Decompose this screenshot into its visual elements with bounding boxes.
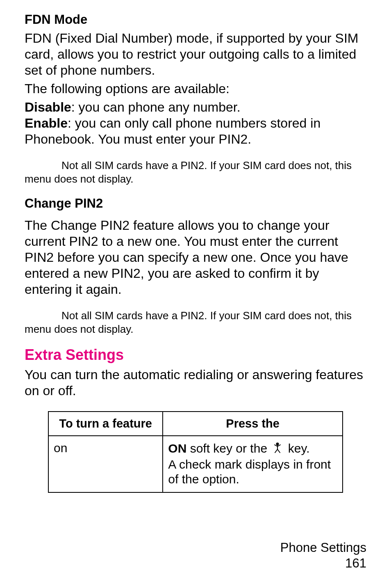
heading-change-pin2: Change PIN2 [25, 196, 366, 211]
cell-line2: A check mark displays in front of the op… [168, 457, 337, 487]
text-changepin2-p1: The Change PIN2 feature allows you to ch… [25, 217, 366, 297]
table-header-row: To turn a feature Press the [48, 412, 343, 436]
table-row: on ON soft key or the key. A check mark … [48, 436, 343, 492]
label-disable: Disable [25, 100, 71, 114]
label-enable: Enable [25, 116, 68, 130]
note-changepin2: Not all SIM cards have a PIN2. If your S… [25, 309, 366, 336]
feature-table: To turn a feature Press the on ON soft k… [48, 411, 343, 493]
th-feature: To turn a feature [48, 412, 163, 436]
heading-fdn-mode: FDN Mode [25, 12, 366, 27]
heading-extra-settings: Extra Settings [25, 346, 366, 364]
text-fdn-p1: FDN (Fixed Dial Number) mode, if support… [25, 30, 366, 78]
cell-feature-on: on [48, 436, 163, 492]
th-press: Press the [163, 412, 343, 436]
svg-line-5 [277, 449, 280, 453]
text-fdn-enable: Enable: you can only call phone numbers … [25, 115, 366, 147]
note-fdn-text: Not all SIM cards have a PIN2. If your S… [25, 159, 352, 185]
note-fdn: Not all SIM cards have a PIN2. If your S… [25, 159, 366, 185]
text-extra-p1: You can turn the automatic redialing or … [25, 367, 366, 399]
cell-line1: ON soft key or the key. [168, 441, 337, 457]
text-disable-desc: : you can phone any number. [71, 100, 241, 114]
svg-point-0 [277, 443, 279, 445]
footer-page-number: 161 [280, 556, 366, 572]
label-on-softkey: ON [168, 442, 186, 455]
text-fdn-disable: Disable: you can phone any number. [25, 99, 366, 115]
footer-section: Phone Settings [280, 540, 366, 556]
note-changepin2-text: Not all SIM cards have a PIN2. If your S… [25, 309, 352, 335]
stick-figure-icon [272, 442, 283, 457]
text-fdn-p2: The following options are available: [25, 81, 366, 97]
text-enable-desc: : you can only call phone numbers stored… [25, 116, 321, 146]
text-softkey-pre: soft key or the [186, 442, 271, 455]
svg-line-4 [275, 449, 277, 453]
text-softkey-post: key. [284, 442, 309, 455]
page-footer: Phone Settings 161 [280, 540, 366, 572]
cell-press-on: ON soft key or the key. A check mark dis… [163, 436, 343, 492]
